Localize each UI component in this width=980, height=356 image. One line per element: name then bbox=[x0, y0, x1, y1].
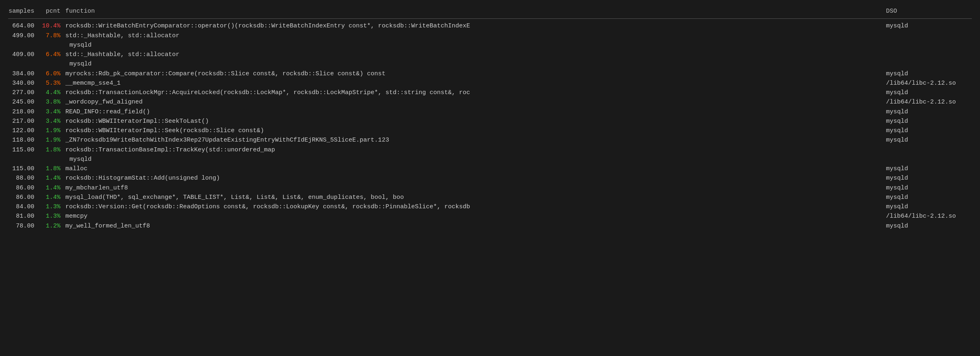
table-row: 664.00 10.4% rocksdb::WriteBatchEntryCom… bbox=[0, 21, 980, 31]
cell-function: READ_INFO::read_field() bbox=[65, 107, 882, 117]
cell-pcnt: 1.2% bbox=[41, 221, 65, 231]
cell-dso: mysqld bbox=[882, 202, 972, 212]
cell-samples: 86.00 bbox=[8, 193, 41, 202]
cell-samples: 217.00 bbox=[8, 117, 41, 126]
header-dso: DSO bbox=[882, 7, 972, 16]
cell-pcnt: 6.0% bbox=[41, 69, 65, 79]
header-divider bbox=[8, 18, 972, 19]
table-row: 86.00 1.4% my_mbcharlen_utf8 mysqld bbox=[0, 183, 980, 193]
table-body: 664.00 10.4% rocksdb::WriteBatchEntryCom… bbox=[0, 21, 980, 231]
cell-samples: 78.00 bbox=[8, 221, 41, 231]
cell-pcnt: 1.4% bbox=[41, 193, 65, 202]
cell-dso: mysqld bbox=[65, 59, 155, 69]
cell-samples: 245.00 bbox=[8, 97, 41, 107]
cell-samples: 499.00 bbox=[8, 31, 41, 50]
cell-pcnt: 6.4% bbox=[41, 50, 65, 69]
cell-dso: mysqld bbox=[882, 107, 972, 117]
cell-function: rocksdb::WBWIIteratorImpl::SeekToLast() bbox=[65, 117, 882, 126]
cell-dso: mysqld bbox=[882, 21, 972, 31]
cell-pcnt: 1.3% bbox=[41, 212, 65, 221]
table-row: 88.00 1.4% rocksdb::HistogramStat::Add(u… bbox=[0, 173, 980, 183]
cell-samples: 88.00 bbox=[8, 173, 41, 183]
cell-dso: mysqld bbox=[882, 135, 972, 145]
header-samples: samples bbox=[8, 7, 41, 16]
cell-dso: mysqld bbox=[882, 126, 972, 135]
table-row: 218.00 3.4% READ_INFO::read_field() mysq… bbox=[0, 107, 980, 117]
table-row: 245.00 3.8% _wordcopy_fwd_aligned /lib64… bbox=[0, 97, 980, 107]
cell-samples: 340.00 bbox=[8, 79, 41, 88]
cell-pcnt: 1.9% bbox=[41, 135, 65, 145]
table-row: 217.00 3.4% rocksdb::WBWIIteratorImpl::S… bbox=[0, 117, 980, 126]
cell-pcnt: 1.4% bbox=[41, 183, 65, 193]
cell-function: __memcmp_sse4_1 bbox=[65, 79, 882, 88]
cell-pcnt: 3.8% bbox=[41, 97, 65, 107]
cell-pcnt: 3.4% bbox=[41, 117, 65, 126]
header-pcnt: pcnt bbox=[41, 7, 65, 16]
cell-pcnt: 5.3% bbox=[41, 79, 65, 88]
cell-samples: 81.00 bbox=[8, 212, 41, 221]
table-row: 84.00 1.3% rocksdb::Version::Get(rocksdb… bbox=[0, 202, 980, 212]
cell-function: _wordcopy_fwd_aligned bbox=[65, 97, 882, 107]
cell-function: myrocks::Rdb_pk_comparator::Compare(rock… bbox=[65, 69, 882, 79]
cell-samples: 115.00 bbox=[8, 145, 41, 164]
cell-samples: 277.00 bbox=[8, 88, 41, 97]
cell-dso: mysqld bbox=[882, 193, 972, 202]
cell-function: rocksdb::TransactionLockMgr::AcquireLock… bbox=[65, 88, 882, 97]
cell-pcnt: 1.9% bbox=[41, 126, 65, 135]
cell-samples: 84.00 bbox=[8, 202, 41, 212]
table-row: 115.00 1.8% malloc mysqld bbox=[0, 164, 980, 173]
cell-dso: mysqld bbox=[882, 183, 972, 193]
cell-dso: /lib64/libc-2.12.so bbox=[882, 212, 972, 221]
table-row: 409.00 6.4% std::_Hashtable, std::alloca… bbox=[0, 50, 980, 69]
table-header: samples pcnt function DSO bbox=[0, 4, 980, 18]
cell-dso: mysqld bbox=[882, 117, 972, 126]
cell-function: rocksdb::WBWIIteratorImpl::Seek(rocksdb:… bbox=[65, 126, 882, 135]
cell-pcnt: 1.3% bbox=[41, 202, 65, 212]
cell-samples: 118.00 bbox=[8, 135, 41, 145]
cell-function: memcpy bbox=[65, 212, 882, 221]
table-row: 499.00 7.8% std::_Hashtable, std::alloca… bbox=[0, 31, 980, 50]
cell-function: rocksdb::Version::Get(rocksdb::ReadOptio… bbox=[65, 202, 882, 212]
cell-dso: /lib64/libc-2.12.so bbox=[882, 79, 972, 88]
cell-samples: 115.00 bbox=[8, 164, 41, 173]
cell-function: rocksdb::TransactionBaseImpl::TrackKey(s… bbox=[65, 145, 972, 164]
header-function: function bbox=[65, 7, 882, 16]
cell-dso: mysqld bbox=[65, 155, 155, 164]
cell-function: rocksdb::HistogramStat::Add(unsigned lon… bbox=[65, 173, 882, 183]
cell-samples: 86.00 bbox=[8, 183, 41, 193]
cell-dso: mysqld bbox=[882, 88, 972, 97]
cell-function: my_well_formed_len_utf8 bbox=[65, 221, 882, 231]
cell-samples: 218.00 bbox=[8, 107, 41, 117]
cell-pcnt: 1.4% bbox=[41, 173, 65, 183]
table-row: 81.00 1.3% memcpy /lib64/libc-2.12.so bbox=[0, 212, 980, 221]
cell-function: std::_Hashtable, std::allocator mysqld bbox=[65, 31, 972, 50]
table-row: 86.00 1.4% mysql_load(THD*, sql_exchange… bbox=[0, 193, 980, 202]
cell-pcnt: 7.8% bbox=[41, 31, 65, 50]
cell-dso: /lib64/libc-2.12.so bbox=[882, 97, 972, 107]
cell-dso: mysqld bbox=[882, 164, 972, 173]
cell-pcnt: 4.4% bbox=[41, 88, 65, 97]
cell-pcnt: 1.8% bbox=[41, 164, 65, 173]
cell-dso: mysqld bbox=[882, 221, 972, 231]
cell-function: rocksdb::WriteBatchEntryComparator::oper… bbox=[65, 21, 882, 31]
cell-dso: mysqld bbox=[882, 69, 972, 79]
cell-samples: 664.00 bbox=[8, 21, 41, 31]
cell-pcnt: 10.4% bbox=[41, 21, 65, 31]
cell-samples: 384.00 bbox=[8, 69, 41, 79]
table-row: 122.00 1.9% rocksdb::WBWIIteratorImpl::S… bbox=[0, 126, 980, 135]
cell-pcnt: 3.4% bbox=[41, 107, 65, 117]
cell-samples: 122.00 bbox=[8, 126, 41, 135]
table-row: 384.00 6.0% myrocks::Rdb_pk_comparator::… bbox=[0, 69, 980, 79]
perf-table: samples pcnt function DSO 664.00 10.4% r… bbox=[0, 0, 980, 356]
table-row: 78.00 1.2% my_well_formed_len_utf8 mysql… bbox=[0, 221, 980, 231]
table-row: 118.00 1.9% _ZN7rocksdb19WriteBatchWithI… bbox=[0, 135, 980, 145]
cell-samples: 409.00 bbox=[8, 50, 41, 69]
cell-function: malloc bbox=[65, 164, 882, 173]
table-row: 115.00 1.8% rocksdb::TransactionBaseImpl… bbox=[0, 145, 980, 164]
cell-function: _ZN7rocksdb19WriteBatchWithIndex3Rep27Up… bbox=[65, 135, 882, 145]
cell-function: std::_Hashtable, std::allocator mysqld bbox=[65, 50, 972, 69]
table-row: 340.00 5.3% __memcmp_sse4_1 /lib64/libc-… bbox=[0, 79, 980, 88]
cell-pcnt: 1.8% bbox=[41, 145, 65, 164]
cell-dso: mysqld bbox=[65, 41, 155, 50]
table-row: 277.00 4.4% rocksdb::TransactionLockMgr:… bbox=[0, 88, 980, 97]
